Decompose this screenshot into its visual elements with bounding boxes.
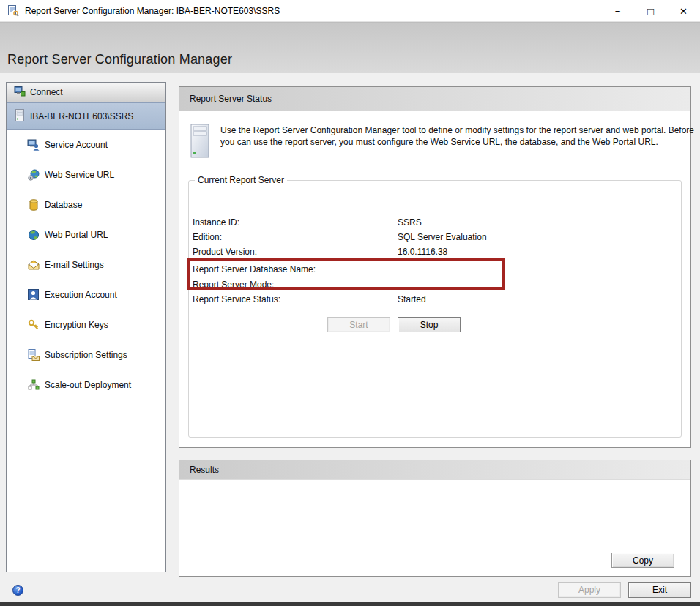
sidebar-item-database[interactable]: Database [7,190,165,220]
results-header: Results [179,460,690,480]
panel-description: Use the Report Server Configuration Mana… [220,124,698,148]
results-panel: Results Copy [179,460,691,577]
window-controls: − □ ✕ [601,0,700,22]
sidebar-server-label: IBA-BER-NOTE603\SSRS [30,111,133,121]
sidebar-item-encryption-keys[interactable]: Encryption Keys [7,310,165,340]
web-portal-url-icon [27,228,40,241]
field-label: Edition: [193,232,398,242]
copy-button[interactable]: Copy [611,553,674,568]
service-account-icon [27,138,40,151]
server-icon [15,109,24,124]
scale-out-deployment-icon [27,378,40,391]
field-report-server-mode: Report Server Mode: [193,280,398,290]
status-value: Started [398,294,426,304]
field-value: SQL Server Evaluation [398,232,487,242]
maximize-button[interactable]: □ [634,0,667,22]
window-title: Report Server Configuration Manager: IBA… [25,6,280,16]
field-value: 16.0.1116.38 [398,247,447,257]
sidebar-item-label: Execution Account [45,290,117,300]
sidebar: Connect IBA-BER-NOTE603\SSRS Service Acc… [6,82,166,572]
subscription-settings-icon [27,348,40,361]
sidebar-item-label: Database [45,200,82,210]
sidebar-item-execution-account[interactable]: Execution Account [7,280,165,310]
sidebar-item-label: E-mail Settings [45,260,104,270]
sidebar-item-web-service-url[interactable]: Web Service URL [7,160,165,190]
panel-header: Report Server Status [179,87,690,111]
header-band: Report Server Configuration Manager [0,22,700,73]
sidebar-item-subscription-settings[interactable]: Subscription Settings [7,340,165,370]
sidebar-item-email-settings[interactable]: E-mail Settings [7,250,165,280]
sidebar-item-server[interactable]: IBA-BER-NOTE603\SSRS [7,102,165,130]
title-bar: Report Server Configuration Manager: IBA… [0,0,700,22]
connect-label: Connect [30,87,63,97]
server-tower-icon [190,124,209,160]
sidebar-item-label: Subscription Settings [45,350,127,360]
field-edition: Edition:SQL Server Evaluation [193,232,487,242]
field-label: Report Server Database Name: [193,264,398,274]
sidebar-item-label: Encryption Keys [45,320,108,330]
start-button[interactable]: Start [327,317,390,332]
email-settings-icon [27,258,40,271]
sidebar-item-label: Service Account [45,140,108,150]
results-title: Results [190,465,219,475]
page-title: Report Server Configuration Manager [7,52,232,67]
sidebar-item-label: Scale-out Deployment [45,380,131,390]
sidebar-header-connect[interactable]: Connect [7,83,165,102]
field-report-server-database-name: Report Server Database Name: [193,264,398,274]
field-label: Instance ID: [193,217,398,228]
execution-account-icon [27,288,40,301]
field-instance-id: Instance ID:SSRS [193,217,422,228]
stop-button[interactable]: Stop [398,317,461,332]
app-icon [7,5,19,17]
sidebar-item-service-account[interactable]: Service Account [7,130,165,160]
apply-button[interactable]: Apply [558,582,621,598]
field-label: Product Version: [193,247,398,257]
taskbar-edge [0,602,700,606]
field-product-version: Product Version:16.0.1116.38 [193,247,447,257]
web-service-url-icon [27,168,40,181]
close-button[interactable]: ✕ [667,0,700,22]
database-icon [27,198,40,211]
field-label: Report Service Status: [193,294,398,304]
field-value: SSRS [398,217,422,228]
sidebar-item-label: Web Portal URL [45,230,108,240]
sidebar-item-web-portal-url[interactable]: Web Portal URL [7,220,165,250]
sidebar-item-label: Web Service URL [45,170,114,180]
connect-icon [14,86,26,100]
report-server-status-panel: Report Server Status Use the Report Serv… [179,86,691,448]
groupbox-legend: Current Report Server [195,175,287,185]
encryption-keys-icon [27,318,40,331]
field-label: Report Server Mode: [193,280,398,290]
help-icon[interactable]: ? [12,585,23,596]
panel-title: Report Server Status [190,94,272,104]
field-report-service-status: Report Service Status:Started [193,294,426,304]
sidebar-item-scale-out-deployment[interactable]: Scale-out Deployment [7,370,165,400]
minimize-button[interactable]: − [601,0,634,22]
exit-button[interactable]: Exit [628,582,691,598]
